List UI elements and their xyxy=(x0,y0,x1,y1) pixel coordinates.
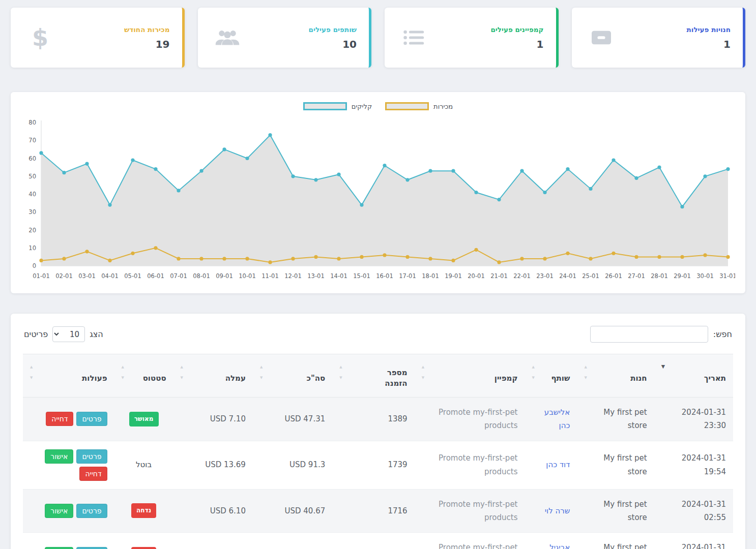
svg-text:30: 30 xyxy=(28,208,36,216)
table-row: 2024-01-31 23:30 My first pet store אליש… xyxy=(23,398,733,441)
stat-text: חנויות פעילות 1 xyxy=(687,25,731,50)
sort-icon xyxy=(661,360,665,371)
cell-status: נדחה xyxy=(114,489,173,533)
column-header-store[interactable]: חנות xyxy=(577,354,654,398)
dollar-icon xyxy=(26,26,54,49)
page-size-select[interactable]: 10 xyxy=(52,326,85,342)
stat-card-active-campaigns: קמפיינים פעילים 1 xyxy=(385,8,559,68)
svg-text:80: 80 xyxy=(28,119,36,126)
column-label: סטטוס xyxy=(143,374,166,383)
partner-link[interactable]: אלישבע כהן xyxy=(544,408,570,430)
details-button[interactable]: פרטים xyxy=(76,504,107,518)
svg-text:22-01: 22-01 xyxy=(513,272,530,280)
cell-total: USD 91.3 xyxy=(253,441,332,489)
stat-title: שותפים פעילים xyxy=(309,25,357,34)
column-label: עמלה xyxy=(225,374,246,383)
stat-card-active-stores: חנויות פעילות 1 xyxy=(572,8,746,68)
svg-text:19-01: 19-01 xyxy=(445,272,461,280)
clicks-legend-label: קליקים xyxy=(352,103,372,110)
column-header-total[interactable]: סה"כ xyxy=(253,354,332,398)
status-badge: נדחה xyxy=(131,503,156,518)
column-header-date[interactable]: תאריך xyxy=(654,354,733,398)
cell-order-number: 1762 xyxy=(332,533,414,549)
sort-icon xyxy=(122,360,124,382)
cell-actions: פרטים אישור xyxy=(23,489,114,533)
cell-store: My first pet store xyxy=(577,441,654,489)
line-area-chart: 0102030405060708001-0102-0103-0104-0105-… xyxy=(19,117,737,286)
cell-commission: USD 13.69 xyxy=(173,441,253,489)
cell-store: My first pet store xyxy=(577,489,654,533)
svg-text:28-01: 28-01 xyxy=(651,272,667,280)
search-input[interactable] xyxy=(590,326,708,343)
campaigns-list-icon xyxy=(400,29,428,46)
table-header-row: תאריך חנות שותף קמפיין מספר הזמנה xyxy=(23,354,733,398)
column-label: פעולות xyxy=(82,374,107,383)
column-header-order-number[interactable]: מספר הזמנה xyxy=(332,354,414,398)
chart-canvas: 0102030405060708001-0102-0103-0104-0105-… xyxy=(21,117,735,286)
details-button[interactable]: פרטים xyxy=(76,547,107,549)
legend-item-sales[interactable]: מכירות xyxy=(385,102,453,110)
cell-date: 2024-01-31 01:35 xyxy=(654,533,733,549)
svg-text:02-01: 02-01 xyxy=(55,272,72,280)
cell-actions: פרטים אישור דחייה xyxy=(23,441,114,489)
chart-legend: קליקים מכירות xyxy=(19,102,737,110)
svg-text:16-01: 16-01 xyxy=(376,272,393,280)
cell-status: בוטל xyxy=(114,441,173,489)
reject-button[interactable]: דחייה xyxy=(79,467,107,481)
items-label: פריטים xyxy=(24,329,48,339)
cell-campaign: Promote my-first-pet products xyxy=(415,533,525,549)
partner-link[interactable]: שרה לוי xyxy=(545,506,570,515)
reject-button[interactable]: דחייה xyxy=(46,412,73,426)
svg-text:07-01: 07-01 xyxy=(170,272,187,280)
show-label: הצג xyxy=(90,329,103,339)
cell-status: מאושר xyxy=(114,398,173,441)
sales-legend-swatch xyxy=(385,102,429,110)
details-button[interactable]: פרטים xyxy=(76,412,107,426)
cell-store: My first pet store xyxy=(577,533,654,549)
details-button[interactable]: פרטים xyxy=(76,449,107,464)
svg-text:21-01: 21-01 xyxy=(490,272,507,280)
actions-group: פרטים אישור xyxy=(30,547,107,549)
svg-text:05-01: 05-01 xyxy=(124,272,141,280)
column-header-status[interactable]: סטטוס xyxy=(114,354,173,398)
svg-text:01-01: 01-01 xyxy=(33,272,49,280)
svg-text:40: 40 xyxy=(28,191,36,198)
cell-actions: פרטים אישור xyxy=(23,533,114,549)
sort-icon xyxy=(260,360,263,382)
column-label: תאריך xyxy=(704,374,726,383)
approve-button[interactable]: אישור xyxy=(45,449,73,464)
stat-title: מכירות החודש xyxy=(124,25,169,34)
cell-partner: שרה לוי xyxy=(525,489,577,533)
stat-card-active-partners: שותפים פעילים 10 xyxy=(198,8,372,68)
column-header-commission[interactable]: עמלה xyxy=(173,354,253,398)
cell-campaign: Promote my-first-pet products xyxy=(415,398,525,441)
column-label: חנות xyxy=(630,374,647,383)
column-header-actions[interactable]: פעולות xyxy=(23,354,114,398)
actions-group: פרטים דחייה xyxy=(30,412,107,426)
svg-text:15-01: 15-01 xyxy=(353,272,370,280)
cell-date: 2024-01-31 23:30 xyxy=(654,398,733,441)
orders-table-card: חפש: הצג 10 פריטים תאריך חנות xyxy=(11,314,745,549)
svg-text:23-01: 23-01 xyxy=(536,272,553,280)
search-label: חפש: xyxy=(713,329,732,339)
cell-store: My first pet store xyxy=(577,398,654,441)
partner-link[interactable]: דוד כהן xyxy=(546,460,570,469)
stat-title: חנויות פעילות xyxy=(687,25,731,34)
approve-button[interactable]: אישור xyxy=(45,547,73,549)
clicks-legend-swatch xyxy=(303,102,347,110)
stat-text: מכירות החודש 19 xyxy=(124,25,169,50)
approve-button[interactable]: אישור xyxy=(45,504,73,518)
svg-text:06-01: 06-01 xyxy=(147,272,164,280)
cell-campaign: Promote my-first-pet products xyxy=(415,489,525,533)
column-header-partner[interactable]: שותף xyxy=(525,354,577,398)
svg-text:30-01: 30-01 xyxy=(696,272,713,280)
actions-group: פרטים אישור דחייה xyxy=(30,449,107,481)
cell-partner: אביגיל שטיין xyxy=(525,533,577,549)
store-icon xyxy=(587,28,616,47)
legend-item-clicks[interactable]: קליקים xyxy=(303,102,372,110)
table-row: 2024-01-31 19:54 My first pet store דוד … xyxy=(23,441,733,489)
table-row: 2024-01-31 01:35 My first pet store אביג… xyxy=(23,533,733,549)
sort-icon xyxy=(422,360,424,382)
partner-link[interactable]: אביגיל שטיין xyxy=(549,543,570,549)
column-header-campaign[interactable]: קמפיין xyxy=(415,354,525,398)
